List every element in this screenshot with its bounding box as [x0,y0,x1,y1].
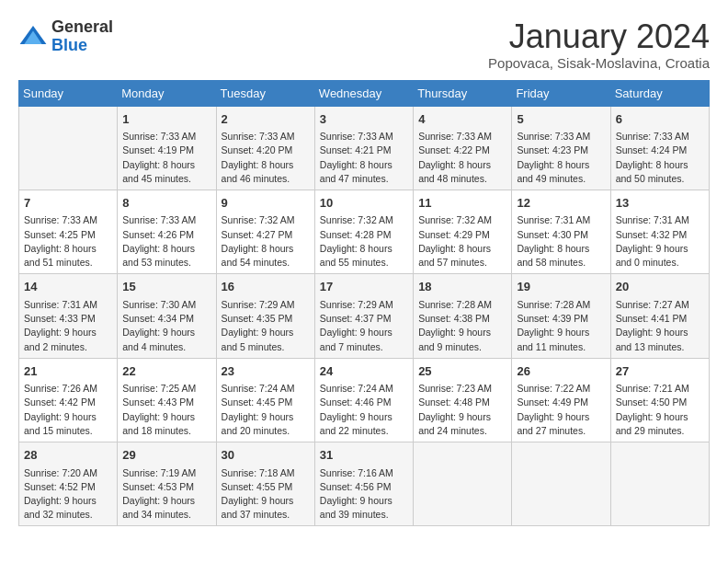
calendar-cell: 31Sunrise: 7:16 AM Sunset: 4:56 PM Dayli… [314,442,413,526]
day-info: Sunrise: 7:23 AM Sunset: 4:48 PM Dayligh… [418,382,506,438]
calendar-cell: 14Sunrise: 7:31 AM Sunset: 4:33 PM Dayli… [19,274,118,358]
day-number: 8 [122,194,210,213]
calendar-cell: 5Sunrise: 7:33 AM Sunset: 4:23 PM Daylig… [512,106,610,190]
day-info: Sunrise: 7:30 AM Sunset: 4:34 PM Dayligh… [122,298,210,354]
calendar-table: SundayMondayTuesdayWednesdayThursdayFrid… [18,80,710,527]
calendar-cell: 6Sunrise: 7:33 AM Sunset: 4:24 PM Daylig… [610,106,709,190]
day-info: Sunrise: 7:24 AM Sunset: 4:45 PM Dayligh… [222,382,310,438]
day-number: 27 [616,362,704,381]
calendar-cell: 19Sunrise: 7:28 AM Sunset: 4:39 PM Dayli… [512,274,610,358]
calendar-cell: 26Sunrise: 7:22 AM Sunset: 4:49 PM Dayli… [512,358,610,442]
calendar-cell: 1Sunrise: 7:33 AM Sunset: 4:19 PM Daylig… [118,106,216,190]
calendar-subtitle: Popovaca, Sisak-Moslavina, Croatia [488,55,710,71]
header-day-monday: Monday [118,80,216,106]
calendar-cell: 28Sunrise: 7:20 AM Sunset: 4:52 PM Dayli… [19,442,118,526]
calendar-week-4: 28Sunrise: 7:20 AM Sunset: 4:52 PM Dayli… [19,442,710,526]
day-info: Sunrise: 7:33 AM Sunset: 4:19 PM Dayligh… [122,130,210,186]
day-info: Sunrise: 7:33 AM Sunset: 4:25 PM Dayligh… [24,213,112,270]
day-number: 26 [517,362,605,381]
day-info: Sunrise: 7:21 AM Sunset: 4:50 PM Dayligh… [616,382,704,438]
calendar-cell [610,442,709,526]
day-info: Sunrise: 7:32 AM Sunset: 4:29 PM Dayligh… [418,213,506,270]
logo-blue-text: Blue [51,36,87,54]
day-info: Sunrise: 7:31 AM Sunset: 4:32 PM Dayligh… [616,213,704,270]
calendar-cell [19,106,118,190]
day-info: Sunrise: 7:26 AM Sunset: 4:42 PM Dayligh… [24,382,112,438]
calendar-cell: 22Sunrise: 7:25 AM Sunset: 4:43 PM Dayli… [118,358,216,442]
calendar-cell: 16Sunrise: 7:29 AM Sunset: 4:35 PM Dayli… [216,274,314,358]
calendar-cell: 13Sunrise: 7:31 AM Sunset: 4:32 PM Dayli… [610,190,709,273]
calendar-cell: 18Sunrise: 7:28 AM Sunset: 4:38 PM Dayli… [414,274,512,358]
logo: General Blue [18,18,113,55]
day-info: Sunrise: 7:33 AM Sunset: 4:26 PM Dayligh… [122,213,210,270]
day-number: 30 [222,446,310,465]
calendar-cell: 7Sunrise: 7:33 AM Sunset: 4:25 PM Daylig… [19,190,118,273]
calendar-header: SundayMondayTuesdayWednesdayThursdayFrid… [19,80,710,106]
day-info: Sunrise: 7:33 AM Sunset: 4:21 PM Dayligh… [320,130,408,186]
day-info: Sunrise: 7:32 AM Sunset: 4:27 PM Dayligh… [222,213,310,270]
calendar-week-2: 14Sunrise: 7:31 AM Sunset: 4:33 PM Dayli… [19,274,710,358]
day-info: Sunrise: 7:31 AM Sunset: 4:30 PM Dayligh… [517,213,605,270]
day-number: 15 [122,278,210,296]
calendar-cell: 10Sunrise: 7:32 AM Sunset: 4:28 PM Dayli… [314,190,413,273]
calendar-body: 1Sunrise: 7:33 AM Sunset: 4:19 PM Daylig… [19,106,710,526]
calendar-cell [414,442,512,526]
day-info: Sunrise: 7:33 AM Sunset: 4:23 PM Dayligh… [517,130,605,186]
day-info: Sunrise: 7:29 AM Sunset: 4:35 PM Dayligh… [222,298,310,354]
calendar-cell: 15Sunrise: 7:30 AM Sunset: 4:34 PM Dayli… [118,274,216,358]
title-block: January 2024 Popovaca, Sisak-Moslavina, … [488,18,710,71]
day-info: Sunrise: 7:28 AM Sunset: 4:39 PM Dayligh… [517,298,605,354]
day-number: 17 [320,278,408,296]
day-number: 31 [320,446,408,465]
day-info: Sunrise: 7:18 AM Sunset: 4:55 PM Dayligh… [222,466,310,523]
day-info: Sunrise: 7:33 AM Sunset: 4:24 PM Dayligh… [616,130,704,186]
day-number: 16 [222,278,310,296]
calendar-week-0: 1Sunrise: 7:33 AM Sunset: 4:19 PM Daylig… [19,106,710,190]
calendar-week-3: 21Sunrise: 7:26 AM Sunset: 4:42 PM Dayli… [19,358,710,442]
day-info: Sunrise: 7:29 AM Sunset: 4:37 PM Dayligh… [320,298,408,354]
day-number: 1 [122,110,210,129]
header-day-wednesday: Wednesday [314,80,413,106]
logo-general-text: General [51,17,113,36]
calendar-cell: 23Sunrise: 7:24 AM Sunset: 4:45 PM Dayli… [216,358,314,442]
calendar-cell: 2Sunrise: 7:33 AM Sunset: 4:20 PM Daylig… [216,106,314,190]
day-number: 10 [320,194,408,213]
calendar-cell: 17Sunrise: 7:29 AM Sunset: 4:37 PM Dayli… [314,274,413,358]
day-info: Sunrise: 7:31 AM Sunset: 4:33 PM Dayligh… [24,298,112,354]
day-number: 23 [222,362,310,381]
day-number: 5 [517,110,605,129]
calendar-cell: 8Sunrise: 7:33 AM Sunset: 4:26 PM Daylig… [118,190,216,273]
day-info: Sunrise: 7:19 AM Sunset: 4:53 PM Dayligh… [122,466,210,523]
calendar-cell: 12Sunrise: 7:31 AM Sunset: 4:30 PM Dayli… [512,190,610,273]
day-number: 29 [122,446,210,465]
day-number: 13 [616,194,704,213]
day-info: Sunrise: 7:20 AM Sunset: 4:52 PM Dayligh… [24,466,112,523]
calendar-cell: 9Sunrise: 7:32 AM Sunset: 4:27 PM Daylig… [216,190,314,273]
day-number: 18 [418,278,506,296]
logo-text: General Blue [51,18,113,55]
day-number: 21 [24,362,112,381]
calendar-cell: 3Sunrise: 7:33 AM Sunset: 4:21 PM Daylig… [314,106,413,190]
calendar-cell: 30Sunrise: 7:18 AM Sunset: 4:55 PM Dayli… [216,442,314,526]
calendar-cell: 20Sunrise: 7:27 AM Sunset: 4:41 PM Dayli… [610,274,709,358]
calendar-cell [512,442,610,526]
calendar-week-1: 7Sunrise: 7:33 AM Sunset: 4:25 PM Daylig… [19,190,710,273]
day-info: Sunrise: 7:33 AM Sunset: 4:22 PM Dayligh… [418,130,506,186]
day-info: Sunrise: 7:28 AM Sunset: 4:38 PM Dayligh… [418,298,506,354]
day-number: 3 [320,110,408,129]
logo-icon [18,22,48,52]
day-info: Sunrise: 7:25 AM Sunset: 4:43 PM Dayligh… [122,382,210,438]
day-number: 22 [122,362,210,381]
day-info: Sunrise: 7:24 AM Sunset: 4:46 PM Dayligh… [320,382,408,438]
calendar-cell: 21Sunrise: 7:26 AM Sunset: 4:42 PM Dayli… [19,358,118,442]
day-number: 4 [418,110,506,129]
day-number: 7 [24,194,112,213]
header-day-thursday: Thursday [414,80,512,106]
header-row: SundayMondayTuesdayWednesdayThursdayFrid… [19,80,710,106]
day-info: Sunrise: 7:16 AM Sunset: 4:56 PM Dayligh… [320,466,408,523]
day-info: Sunrise: 7:22 AM Sunset: 4:49 PM Dayligh… [517,382,605,438]
page-header: General Blue January 2024 Popovaca, Sisa… [18,18,710,71]
day-number: 6 [616,110,704,129]
calendar-title: January 2024 [488,18,710,55]
day-number: 2 [222,110,310,129]
